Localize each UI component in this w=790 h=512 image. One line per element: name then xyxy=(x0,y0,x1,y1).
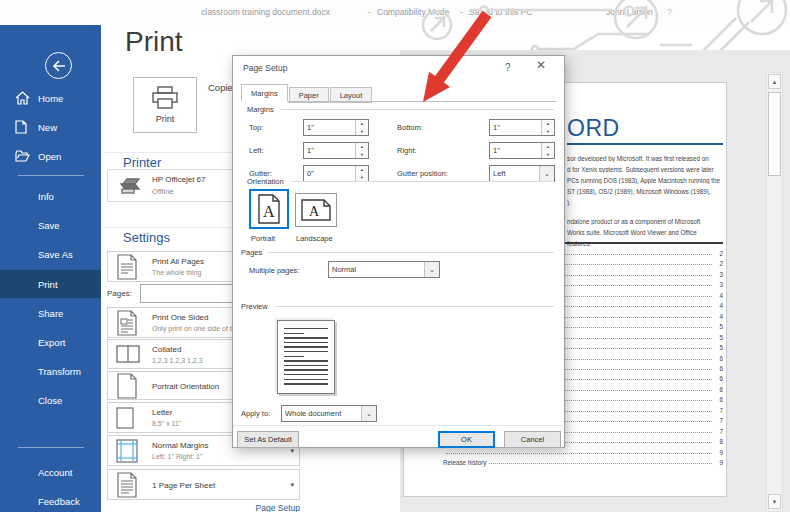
sidebar-item-export[interactable]: Export xyxy=(0,331,101,353)
printer-icon xyxy=(151,86,179,110)
spinner-buttons[interactable]: ▴▾ xyxy=(355,120,368,135)
dialog-title: Page Setup xyxy=(243,63,287,73)
gutter-position-label: Gutter position: xyxy=(397,169,489,178)
sidebar-item-transform[interactable]: Transform xyxy=(0,360,101,382)
document-text-line: Works suite. Microsoft Word Viewer and O… xyxy=(567,229,727,236)
orientation-portrait-tile[interactable]: A xyxy=(249,189,289,229)
scroll-down-button[interactable]: ▼ xyxy=(768,494,781,509)
multiple-pages-dropdown[interactable]: Normal ⌄ xyxy=(328,261,440,278)
toc-page-number: 9 xyxy=(715,459,723,466)
page-setup-dialog: Page Setup ? ✕ MarginsPaperLayout Margin… xyxy=(232,55,565,448)
toc-page-number: 4 xyxy=(715,302,723,309)
sidebar-item-print[interactable]: Print xyxy=(0,270,101,298)
apply-to-dropdown[interactable]: Whole document ⌄ xyxy=(281,405,377,422)
orientation-group-label: Orientation xyxy=(247,177,288,186)
set-as-default-button[interactable]: Set As Default xyxy=(237,431,299,448)
chevron-down-icon: ⌄ xyxy=(424,262,439,277)
gutter-position-dropdown[interactable]: Left⌄ xyxy=(489,165,555,182)
spinner-buttons[interactable]: ▴▾ xyxy=(355,143,368,158)
print-button[interactable]: Print xyxy=(133,77,197,133)
normal-margins-icon xyxy=(115,438,139,464)
sidebar-divider xyxy=(18,175,84,176)
spinner-buttons[interactable]: ▴▾ xyxy=(355,166,368,181)
margins-group-label: Margins xyxy=(247,105,278,114)
tab-paper[interactable]: Paper xyxy=(289,87,329,103)
sidebar-item-label: Save As xyxy=(38,249,73,260)
landscape-page-icon: A xyxy=(301,199,331,221)
ok-button[interactable]: OK xyxy=(438,431,495,448)
toc-entry: Release history9 xyxy=(443,456,723,466)
sidebar-item-label: Account xyxy=(38,467,72,478)
gutter-value: 0" xyxy=(304,166,355,181)
backstage-sidebar: HomeNewOpen InfoSaveSave AsPrintShareExp… xyxy=(0,25,101,512)
sidebar-item-share[interactable]: Share xyxy=(0,302,101,324)
group-line xyxy=(275,306,554,307)
spinner-down-icon[interactable]: ▾ xyxy=(356,128,368,136)
sidebar-item-label: New xyxy=(38,122,57,133)
spinner-up-icon[interactable]: ▴ xyxy=(356,120,368,128)
sidebar-item-label: Home xyxy=(38,93,63,104)
bottom-input[interactable]: 1"▴▾ xyxy=(489,119,555,136)
sidebar-item-close[interactable]: Close xyxy=(0,389,101,411)
spinner-up-icon[interactable]: ▴ xyxy=(356,143,368,151)
spinner-up-icon[interactable]: ▴ xyxy=(542,120,554,128)
landscape-label: Landscape xyxy=(296,234,333,243)
right-input[interactable]: 1"▴▾ xyxy=(489,142,555,159)
right-value: 1" xyxy=(490,143,541,158)
portrait-orientation-icon xyxy=(115,373,139,399)
user-name: John Larson xyxy=(606,7,653,17)
spinner-up-icon[interactable]: ▴ xyxy=(356,166,368,174)
setting-title: 1 Page Per Sheet xyxy=(152,480,215,489)
scroll-up-button[interactable]: ▲ xyxy=(768,74,781,89)
svg-text:A: A xyxy=(263,203,275,220)
multiple-pages-value: Normal xyxy=(329,262,424,277)
scrollbar-thumb[interactable] xyxy=(768,92,781,176)
cancel-button[interactable]: Cancel xyxy=(504,431,561,448)
home-icon xyxy=(15,91,30,106)
group-line xyxy=(267,252,554,253)
sidebar-item-save-as[interactable]: Save As xyxy=(0,243,101,265)
svg-text:A: A xyxy=(309,204,320,219)
page-setup-link[interactable]: Page Setup xyxy=(240,503,300,512)
spinner-down-icon[interactable]: ▾ xyxy=(542,128,554,136)
pages-group-label: Pages xyxy=(241,248,266,257)
sidebar-item-account[interactable]: Account xyxy=(0,461,101,483)
document-title: classroom training document.docx xyxy=(201,7,330,17)
printer-name: HP Officejet 67 xyxy=(152,175,206,184)
orientation-landscape-tile[interactable]: A xyxy=(295,193,337,227)
tab-layout[interactable]: Layout xyxy=(330,87,373,103)
sidebar-item-feedback[interactable]: Feedback xyxy=(0,490,101,512)
sidebar-item-info[interactable]: Info xyxy=(0,185,101,207)
sidebar-item-save[interactable]: Save xyxy=(0,214,101,236)
top-input[interactable]: 1"▴▾ xyxy=(303,119,369,136)
setting-row-1-page-per-sheet[interactable]: 1 Page Per Sheet▾ xyxy=(107,469,300,500)
margins-fields: Top:1"▴▾Bottom:1"▴▾Left:1"▴▾Right:1"▴▾Gu… xyxy=(249,119,555,182)
document-text-line: ndalone product or as a component of Mic… xyxy=(567,218,727,225)
back-button[interactable] xyxy=(45,52,72,79)
toc-page-number: 4 xyxy=(715,313,723,320)
tab-margins[interactable]: Margins xyxy=(241,84,288,102)
spinner-down-icon[interactable]: ▾ xyxy=(542,151,554,159)
sidebar-item-new[interactable]: New xyxy=(0,116,101,138)
spinner-buttons[interactable]: ▴▾ xyxy=(541,143,554,158)
sidebar-item-home[interactable]: Home xyxy=(0,87,101,109)
document-heading-fragment: ORD xyxy=(567,115,620,142)
spinner-buttons[interactable]: ▴▾ xyxy=(541,120,554,135)
pages-label: Pages: xyxy=(107,289,132,298)
toc-page-number: 7 xyxy=(715,417,723,424)
spinner-down-icon[interactable]: ▾ xyxy=(356,151,368,159)
spinner-down-icon[interactable]: ▾ xyxy=(356,174,368,182)
apply-to-value: Whole document xyxy=(282,406,361,421)
spinner-up-icon[interactable]: ▴ xyxy=(542,143,554,151)
toc-dot-leader xyxy=(446,453,712,454)
toc-page-number: 8 xyxy=(715,438,723,445)
sidebar-item-label: Feedback xyxy=(38,496,80,507)
dialog-close-icon[interactable]: ✕ xyxy=(536,58,546,72)
left-input[interactable]: 1"▴▾ xyxy=(303,142,369,159)
gutter-input[interactable]: 0"▴▾ xyxy=(303,165,369,182)
sidebar-item-open[interactable]: Open xyxy=(0,145,101,167)
help-icon: ? xyxy=(667,7,672,17)
setting-title: Print One Sided xyxy=(152,313,208,322)
printer-section-heading: Printer xyxy=(123,155,161,170)
collated-icon xyxy=(115,344,141,364)
